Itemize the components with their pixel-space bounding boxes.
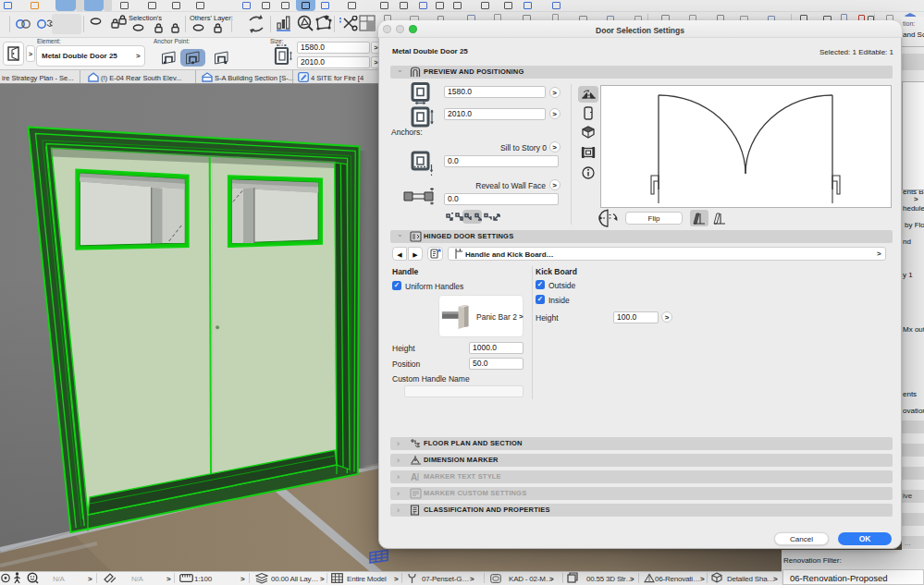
svg-text:A: A (411, 472, 417, 482)
